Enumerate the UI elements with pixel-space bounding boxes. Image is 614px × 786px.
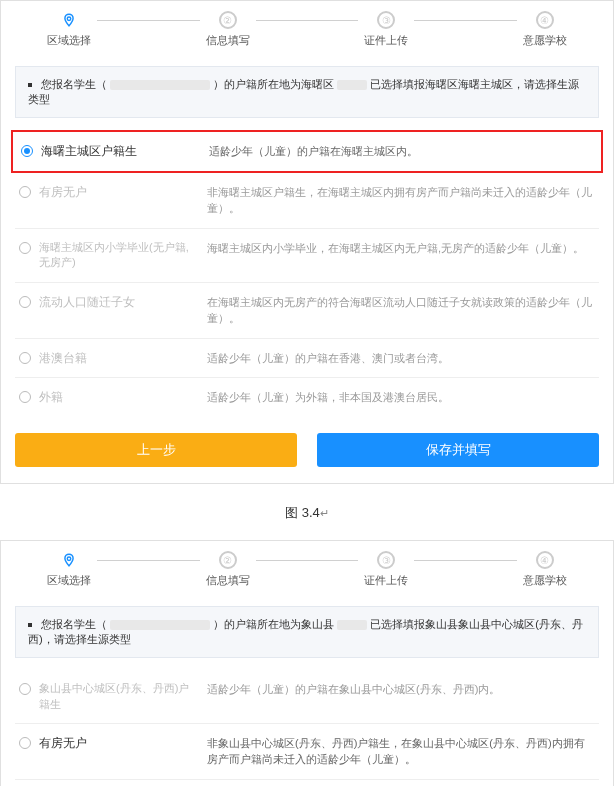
option-label: 海曙主城区内小学毕业(无户籍,无房产) (39, 240, 199, 271)
step-label: 信息填写 (206, 573, 250, 588)
bullet-icon (28, 623, 32, 627)
step-number-icon: ③ (377, 11, 395, 29)
option-row[interactable]: 海曙主城区户籍生适龄少年（儿童）的户籍在海曙主城区内。 (11, 130, 603, 173)
option-row[interactable]: 港澳台籍适龄少年（儿童）的户籍在香港、澳门或者台湾。 (15, 339, 599, 379)
step-number-icon: ④ (536, 551, 554, 569)
location-icon (60, 551, 78, 569)
step-number-icon: ③ (377, 551, 395, 569)
prev-button[interactable]: 上一步 (15, 433, 297, 467)
step: 区域选择 (41, 11, 97, 48)
svg-point-0 (67, 17, 71, 21)
step: ④意愿学校 (517, 11, 573, 48)
option-description: 适龄少年（儿童）为外籍，非本国及港澳台居民。 (207, 389, 595, 406)
option-label: 海曙主城区户籍生 (41, 143, 201, 160)
radio-icon[interactable] (19, 296, 31, 308)
option-row[interactable]: 有房无户非象山县中心城区(丹东、丹西)户籍生，在象山县中心城区(丹东、丹西)内拥… (15, 724, 599, 780)
svg-point-1 (67, 557, 71, 561)
option-description: 适龄少年（儿童）的户籍在海曙主城区内。 (209, 143, 593, 160)
radio-icon[interactable] (19, 737, 31, 749)
option-row[interactable]: 流动人口随迁子女在海曙主城区内无房产的符合海曙区流动人口随迁子女就读政策的适龄少… (15, 283, 599, 339)
redacted-area (337, 620, 367, 630)
step-label: 区域选择 (47, 33, 91, 48)
option-list: 象山县中心城区(丹东、丹西)户籍生适龄少年（儿童）的户籍在象山县中心城区(丹东、… (1, 670, 613, 786)
option-description: 非海曙主城区户籍生，在海曙主城区内拥有房产而户籍尚未迁入的适龄少年（儿童）。 (207, 184, 595, 217)
option-row[interactable]: 象山县中心城区(丹东、丹西)户籍生适龄少年（儿童）的户籍在象山县中心城区(丹东、… (15, 670, 599, 724)
button-row: 上一步 保存并填写 (1, 421, 613, 483)
notice-text-mid: ）的户籍所在地为海曙区 (213, 78, 334, 90)
option-row[interactable]: 外籍适龄少年（儿童）为外籍，非本国及港澳台居民。 (15, 378, 599, 417)
notice-text-pre: 您报名学生（ (41, 78, 107, 90)
redacted-name (110, 80, 210, 90)
step: ③证件上传 (358, 11, 414, 48)
stepper: 区域选择②信息填写③证件上传④意愿学校 (1, 1, 613, 54)
option-row[interactable]: 流动人口随迁子女在象山县中心城区(丹东、丹西)内无房产的符合象山县流动人口随迁子… (15, 780, 599, 786)
step-label: 区域选择 (47, 573, 91, 588)
notice-bar: 您报名学生（ ）的户籍所在地为象山县 已选择填报象山县象山县中心城区(丹东、丹西… (15, 606, 599, 658)
option-label: 外籍 (39, 389, 199, 406)
option-row[interactable]: 海曙主城区内小学毕业(无户籍,无房产)海曙主城区内小学毕业，在海曙主城区内无户籍… (15, 229, 599, 283)
step: ②信息填写 (200, 11, 256, 48)
bullet-icon (28, 83, 32, 87)
option-description: 适龄少年（儿童）的户籍在香港、澳门或者台湾。 (207, 350, 595, 367)
option-description: 海曙主城区内小学毕业，在海曙主城区内无户籍,无房产的适龄少年（儿童）。 (207, 240, 595, 257)
option-label: 有房无户 (39, 735, 199, 752)
step-label: 意愿学校 (523, 573, 567, 588)
step: 区域选择 (41, 551, 97, 588)
form-card-2: 区域选择②信息填写③证件上传④意愿学校 您报名学生（ ）的户籍所在地为象山县 已… (0, 540, 614, 786)
step: ④意愿学校 (517, 551, 573, 588)
radio-icon[interactable] (19, 683, 31, 695)
radio-icon[interactable] (19, 186, 31, 198)
radio-icon[interactable] (19, 391, 31, 403)
radio-icon[interactable] (21, 145, 33, 157)
radio-icon[interactable] (19, 352, 31, 364)
option-label: 有房无户 (39, 184, 199, 201)
option-label: 象山县中心城区(丹东、丹西)户籍生 (39, 681, 199, 712)
save-next-button[interactable]: 保存并填写 (317, 433, 599, 467)
step-number-icon: ② (219, 11, 237, 29)
option-row[interactable]: 有房无户非海曙主城区户籍生，在海曙主城区内拥有房产而户籍尚未迁入的适龄少年（儿童… (15, 173, 599, 229)
step-number-icon: ② (219, 551, 237, 569)
step: ③证件上传 (358, 551, 414, 588)
redacted-area (337, 80, 367, 90)
step-label: 证件上传 (364, 573, 408, 588)
option-list: 海曙主城区户籍生适龄少年（儿童）的户籍在海曙主城区内。有房无户非海曙主城区户籍生… (1, 130, 613, 421)
figure-caption: 图 3.4↵ (0, 492, 614, 540)
step-number-icon: ④ (536, 11, 554, 29)
redacted-name (110, 620, 210, 630)
form-card-1: 区域选择②信息填写③证件上传④意愿学校 您报名学生（ ）的户籍所在地为海曙区 已… (0, 0, 614, 484)
option-label: 港澳台籍 (39, 350, 199, 367)
step: ②信息填写 (200, 551, 256, 588)
notice-text-mid: ）的户籍所在地为象山县 (213, 618, 334, 630)
location-icon (60, 11, 78, 29)
notice-bar: 您报名学生（ ）的户籍所在地为海曙区 已选择填报海曙区海曙主城区，请选择生源类型 (15, 66, 599, 118)
stepper: 区域选择②信息填写③证件上传④意愿学校 (1, 541, 613, 594)
option-description: 在海曙主城区内无房产的符合海曙区流动人口随迁子女就读政策的适龄少年（儿童）。 (207, 294, 595, 327)
notice-text-pre: 您报名学生（ (41, 618, 107, 630)
option-description: 适龄少年（儿童）的户籍在象山县中心城区(丹东、丹西)内。 (207, 681, 595, 698)
option-label: 流动人口随迁子女 (39, 294, 199, 311)
option-description: 非象山县中心城区(丹东、丹西)户籍生，在象山县中心城区(丹东、丹西)内拥有房产而… (207, 735, 595, 768)
step-label: 证件上传 (364, 33, 408, 48)
return-mark: ↵ (320, 507, 329, 519)
radio-icon[interactable] (19, 242, 31, 254)
step-label: 意愿学校 (523, 33, 567, 48)
step-label: 信息填写 (206, 33, 250, 48)
